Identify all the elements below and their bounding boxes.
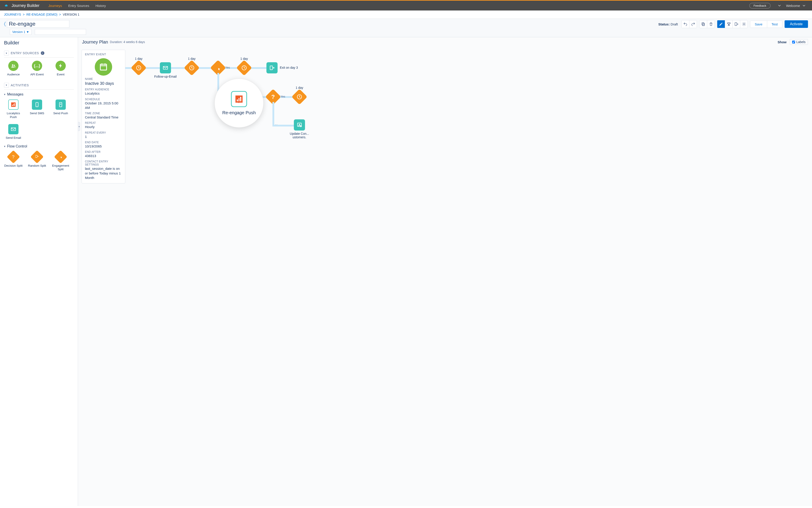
entry-event-card[interactable]: ENTRY EVENT NAME Inactive 30 days ENTRY …: [82, 50, 125, 183]
copy-button[interactable]: [700, 20, 707, 28]
tile-send-email[interactable]: Send Email: [4, 124, 23, 140]
email-icon: [8, 124, 18, 134]
settings-button[interactable]: [740, 20, 748, 28]
breadcrumb-sep: >: [59, 13, 61, 16]
redo-icon: [691, 22, 696, 26]
salesforce-cloud-logo: [4, 4, 9, 8]
context-dropdown[interactable]: [777, 3, 782, 8]
tile-api-event[interactable]: {...} API Event: [28, 61, 46, 77]
subsection-flow-control[interactable]: ▾ Flow Control: [4, 144, 74, 149]
journey-canvas[interactable]: ◂ ENTRY EVENT NAME Inactive 30 days ENTR…: [78, 46, 812, 506]
node-exit[interactable]: [267, 62, 278, 73]
info-icon[interactable]: i: [41, 51, 44, 55]
back-chevron-icon[interactable]: 〈: [4, 21, 6, 27]
delete-button[interactable]: [707, 20, 715, 28]
edge: [273, 102, 274, 126]
undo-icon: [683, 22, 687, 26]
localytics-icon: [231, 91, 247, 107]
node-reengage-push-callout[interactable]: Re-engage Push: [214, 79, 264, 128]
journey-name-input[interactable]: [7, 20, 69, 28]
field-value: Inactive 30 days: [85, 81, 122, 86]
exit-icon: [734, 22, 738, 26]
tile-label: API Event: [30, 73, 44, 77]
tile-event[interactable]: Event: [51, 61, 70, 77]
breadcrumb-sep: >: [23, 13, 25, 16]
field-value: Localytics: [85, 91, 122, 96]
builder-title: Builder: [4, 40, 74, 46]
save-button[interactable]: Save: [750, 21, 767, 28]
journey-plan-duration: Duration: 4 weeks 6 days: [110, 40, 145, 44]
tile-decision-split[interactable]: ? Decision Split: [4, 152, 23, 172]
node-wait-1[interactable]: 1 day: [133, 62, 144, 73]
tile-label: Localytics Push: [4, 112, 23, 119]
test-button[interactable]: Test: [767, 21, 782, 28]
labels-checkbox-input[interactable]: [792, 41, 795, 43]
version-selector[interactable]: Version 1 ▼: [10, 29, 32, 35]
node-follow-up-email[interactable]: Follow-up-Email: [160, 62, 171, 73]
node-wait-3[interactable]: 1 day: [239, 62, 250, 73]
email-icon: [160, 62, 171, 73]
edit-mode-button[interactable]: [717, 20, 725, 28]
field-value: 1: [85, 134, 122, 139]
breadcrumb-journeys[interactable]: JOURNEYS: [4, 13, 21, 16]
exit-icon: [267, 62, 278, 73]
tile-send-sms[interactable]: Send SMS: [28, 99, 46, 119]
journey-plan-title: Journey Plan: [82, 40, 108, 45]
node-update-contact[interactable]: Update Con... ustomers.: [294, 119, 305, 130]
node-label: Update Con... ustomers.: [288, 132, 311, 139]
nav-history[interactable]: History: [95, 4, 106, 8]
field-label: END AFTER: [85, 151, 122, 154]
subsection-messages[interactable]: ▾ Messages: [4, 92, 74, 96]
section-entry-sources[interactable]: ▾ ENTRY SOURCES i: [4, 49, 74, 57]
tile-label: Event: [57, 73, 65, 77]
section-label: ENTRY SOURCES: [11, 51, 39, 55]
sidebar-collapse-handle[interactable]: ◂: [78, 122, 80, 131]
tile-send-push[interactable]: Send Push: [51, 99, 70, 119]
node-wait-4[interactable]: 1 day: [294, 91, 305, 102]
node-top-label: 1 day: [286, 86, 313, 89]
field-label: REPEAT EVERY: [85, 131, 122, 134]
tile-random-split[interactable]: Random Split: [28, 152, 46, 172]
node-wait-2[interactable]: 1 day: [186, 62, 197, 73]
breadcrumb-reengage[interactable]: RE-ENGAGE (DEMO): [26, 13, 57, 16]
tile-engagement-split[interactable]: Engagement Split: [51, 152, 70, 172]
undo-button[interactable]: [681, 20, 689, 28]
redo-button[interactable]: [689, 20, 697, 28]
tile-localytics-push[interactable]: Localytics Push: [4, 99, 23, 119]
node-engagement-split[interactable]: [212, 62, 224, 73]
localytics-icon: [8, 99, 18, 110]
chevron-down-icon: ▾: [4, 51, 9, 55]
sms-icon: [32, 99, 42, 110]
entry-event-heading: ENTRY EVENT: [85, 53, 122, 56]
chevron-down-icon: ▾: [4, 83, 9, 88]
breadcrumb: JOURNEYS > RE-ENGAGE (DEMO) > VERSION 1: [0, 10, 812, 19]
nav-journeys[interactable]: Journeys: [48, 4, 62, 8]
push-icon: [55, 99, 66, 110]
clock-icon: [184, 60, 200, 76]
tile-audience[interactable]: Audience: [4, 61, 23, 77]
calendar-icon: [95, 58, 112, 76]
canvas-area: Journey Plan Duration: 4 weeks 6 days Sh…: [78, 37, 812, 506]
copy-icon: [701, 22, 706, 26]
app-header: Journey Builder Journeys Entry Sources H…: [0, 1, 812, 10]
chevron-down-icon: ▾: [4, 93, 5, 96]
nav-entry-sources[interactable]: Entry Sources: [68, 4, 89, 8]
field-label: CONTACT ENTRY SETTINGS: [85, 160, 122, 166]
labels-checkbox[interactable]: Labels: [790, 39, 808, 45]
audience-icon: [8, 61, 18, 71]
exit-button[interactable]: [732, 20, 740, 28]
section-activities[interactable]: ▾ ACTIVITIES: [4, 81, 74, 90]
node-decision-split[interactable]: ?: [268, 91, 279, 102]
goals-button[interactable]: [725, 20, 732, 28]
update-contact-icon: [294, 119, 305, 130]
activate-button[interactable]: Activate: [784, 20, 808, 28]
welcome-dropdown[interactable]: Welcome: [786, 3, 806, 8]
field-value: last_session_date is on or before Today …: [85, 166, 122, 180]
journey-description-input[interactable]: [35, 29, 86, 35]
tile-label: Engagement Split: [51, 164, 70, 172]
tile-label: Audience: [7, 73, 19, 77]
clock-icon: [236, 60, 252, 76]
feedback-button[interactable]: Feedback: [749, 3, 770, 8]
chevron-down-icon: [777, 3, 782, 8]
chevron-down-icon: [802, 3, 806, 8]
